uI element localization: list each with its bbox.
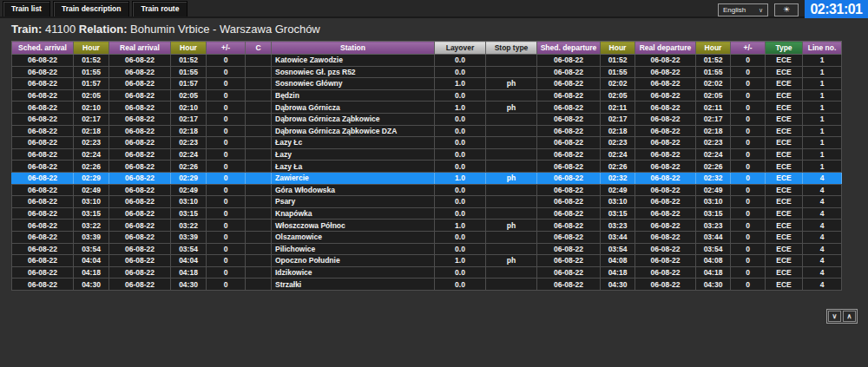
table-row[interactable]: 06-08-2202:2406-08-2202:240Łazy0.006-08-… <box>12 148 842 161</box>
cell-layover: 0.0 <box>435 184 486 196</box>
cell-layover: 1.0 <box>435 172 486 184</box>
table-row[interactable]: 06-08-2202:4906-08-2202:490Góra Włodowsk… <box>12 184 842 196</box>
cell-sched_arrival_hour: 02:26 <box>74 161 109 173</box>
cell-layover: 0.0 <box>435 279 486 291</box>
cell-real_departure: 06-08-22 <box>635 243 696 255</box>
clock: 02:31:01 <box>805 0 868 18</box>
cell-sched_departure_hour: 03:44 <box>601 231 635 243</box>
timetable-header: Sched. arrivalHourReal arrivalHour+/-CSt… <box>12 42 842 55</box>
table-row[interactable]: 06-08-2201:5706-08-2201:570Sosnowiec Głó… <box>12 78 842 90</box>
cell-c <box>246 161 272 173</box>
table-row[interactable]: 06-08-2203:1506-08-2203:150Knapówka0.006… <box>12 207 842 220</box>
cell-real_arrival: 06-08-22 <box>109 196 171 208</box>
cell-line_no: 4 <box>803 184 842 196</box>
cell-sched_arrival: 06-08-22 <box>12 220 74 232</box>
table-row[interactable]: 06-08-2203:2206-08-2203:220Włoszczowa Pó… <box>12 220 842 232</box>
cell-arrival_diff: 0 <box>207 255 246 267</box>
cell-real_arrival: 06-08-22 <box>109 161 171 173</box>
cell-station: Łazy Ła <box>272 161 435 173</box>
column-header-sched_departure_hour: Hour <box>601 42 635 55</box>
cell-type: ECE <box>766 125 803 137</box>
cell-sched_departure: 06-08-22 <box>537 184 601 196</box>
cell-c <box>246 243 272 255</box>
table-row[interactable]: 06-08-2203:1006-08-2203:100Psary0.006-08… <box>12 196 842 208</box>
table-row[interactable]: 06-08-2203:5406-08-2203:540Pilichowice0.… <box>12 243 842 255</box>
cell-stop_type: ph <box>486 102 537 114</box>
cell-stop_type <box>486 279 537 291</box>
cell-sched_departure: 06-08-22 <box>537 102 601 114</box>
cell-real_departure_hour: 04:30 <box>696 279 731 291</box>
tab-train-list[interactable]: Train list <box>3 1 50 16</box>
cell-c <box>246 196 272 208</box>
cell-c <box>246 89 272 102</box>
table-row[interactable]: 06-08-2202:1806-08-2202:180Dąbrowa Górni… <box>12 125 842 137</box>
cell-type: ECE <box>766 184 803 196</box>
column-header-real_departure_hour: Hour <box>696 42 731 55</box>
cell-layover: 0.0 <box>435 161 486 173</box>
table-row[interactable]: 06-08-2201:5206-08-2201:520Katowice Zawo… <box>12 55 842 67</box>
cell-stop_type <box>486 89 537 102</box>
cell-station: Sosnowiec Główny <box>272 78 435 90</box>
cell-real_departure: 06-08-22 <box>635 148 696 161</box>
cell-station: Pilichowice <box>272 243 435 255</box>
cell-layover: 0.0 <box>435 66 486 78</box>
brightness-button[interactable]: ☀ <box>774 3 799 16</box>
cell-type: ECE <box>766 102 803 114</box>
cell-real_arrival: 06-08-22 <box>109 102 171 114</box>
cell-real_arrival: 06-08-22 <box>109 172 171 184</box>
table-row[interactable]: 06-08-2204:0406-08-2204:040Opoczno Połud… <box>12 255 842 267</box>
table-row[interactable]: 06-08-2202:2606-08-2202:260Łazy Ła0.006-… <box>12 161 842 173</box>
cell-sched_departure_hour: 04:30 <box>601 279 635 291</box>
cell-real_departure_hour: 01:52 <box>696 55 731 67</box>
table-row[interactable]: 06-08-2202:2906-08-2202:290Zawiercie1.0p… <box>12 172 842 184</box>
table-row[interactable]: 06-08-2204:1806-08-2204:180Idzikowice0.0… <box>12 266 842 279</box>
cell-type: ECE <box>766 255 803 267</box>
cell-real_departure: 06-08-22 <box>635 231 696 243</box>
cell-sched_departure: 06-08-22 <box>537 207 601 220</box>
cell-real_arrival_hour: 02:17 <box>171 113 207 125</box>
cell-arrival_diff: 0 <box>207 89 246 102</box>
cell-c <box>246 207 272 220</box>
table-row[interactable]: 06-08-2201:5506-08-2201:550Sosnowiec Gł.… <box>12 66 842 78</box>
column-header-sched_arrival: Sched. arrival <box>12 42 74 55</box>
language-select[interactable]: English ∨ <box>718 3 768 16</box>
table-row[interactable]: 06-08-2202:1706-08-2202:170Dąbrowa Górni… <box>12 113 842 125</box>
scroll-up-button[interactable]: ∧ <box>843 311 856 322</box>
tab-train-route[interactable]: Train route <box>132 1 187 16</box>
cell-station: Włoszczowa Północ <box>272 220 435 232</box>
cell-real_arrival: 06-08-22 <box>109 125 171 137</box>
cell-sched_arrival_hour: 02:18 <box>74 125 109 137</box>
table-row[interactable]: 06-08-2202:0506-08-2202:050Będzin0.006-0… <box>12 89 842 102</box>
cell-sched_arrival: 06-08-22 <box>12 255 74 267</box>
cell-sched_departure: 06-08-22 <box>537 220 601 232</box>
cell-sched_arrival: 06-08-22 <box>12 55 74 67</box>
cell-layover: 1.0 <box>435 220 486 232</box>
cell-sched_departure: 06-08-22 <box>537 55 601 67</box>
cell-sched_arrival_hour: 03:54 <box>74 243 109 255</box>
tab-train-description[interactable]: Train description <box>53 1 130 16</box>
cell-station: Góra Włodowska <box>272 184 435 196</box>
cell-type: ECE <box>766 207 803 220</box>
cell-arrival_diff: 0 <box>207 196 246 208</box>
cell-arrival_diff: 0 <box>207 172 246 184</box>
timetable-body: 06-08-2201:5206-08-2201:520Katowice Zawo… <box>12 55 842 291</box>
table-row[interactable]: 06-08-2204:3006-08-2204:300Strzałki0.006… <box>12 279 842 291</box>
scroll-down-button[interactable]: ∨ <box>828 311 841 322</box>
table-row[interactable]: 06-08-2202:2306-08-2202:230Łazy Łc0.006-… <box>12 137 842 149</box>
cell-sched_arrival: 06-08-22 <box>12 243 74 255</box>
cell-line_no: 4 <box>803 231 842 243</box>
cell-c <box>246 78 272 90</box>
cell-layover: 1.0 <box>435 255 486 267</box>
table-row[interactable]: 06-08-2203:3906-08-2203:390Olszamowice0.… <box>12 231 842 243</box>
cell-real_departure_hour: 03:10 <box>696 196 731 208</box>
cell-c <box>246 66 272 78</box>
cell-stop_type <box>486 148 537 161</box>
cell-line_no: 4 <box>803 172 842 184</box>
cell-real_departure_hour: 04:08 <box>696 255 731 267</box>
cell-sched_departure_hour: 02:49 <box>601 184 635 196</box>
header-row: Sched. arrivalHourReal arrivalHour+/-CSt… <box>12 42 842 55</box>
cell-line_no: 4 <box>803 255 842 267</box>
table-row[interactable]: 06-08-2202:1006-08-2202:100Dąbrowa Górni… <box>12 102 842 114</box>
cell-real_arrival_hour: 02:10 <box>171 102 207 114</box>
cell-line_no: 1 <box>803 148 842 161</box>
